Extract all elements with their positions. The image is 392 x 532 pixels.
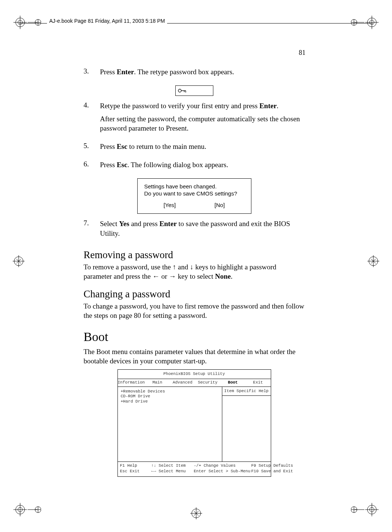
removing-text-d: or [160, 272, 169, 280]
removing-text-f: . [231, 272, 233, 280]
running-header: AJ-e.book Page 81 Friday, April 11, 2003… [47, 18, 167, 24]
registration-mark-mid-right [366, 254, 381, 269]
registration-mark-bottom-left [11, 498, 41, 521]
step-6-text-b: . The following dialog box appears. [127, 161, 228, 169]
svg-point-5 [35, 19, 41, 25]
step-3-text-b: . The retype password box appears. [134, 68, 234, 76]
password-box-figure [84, 85, 305, 96]
step-3-number: 3. [84, 67, 91, 80]
registration-mark-top-left [11, 11, 41, 34]
svg-point-16 [14, 257, 23, 266]
bios-title: PhoenixBIOS Setup Utility [118, 370, 271, 379]
bios-footer-enter-submenu: Enter Select > Sub-Menu [194, 469, 250, 474]
bios-footer-save-exit: F10 Save and Exit [251, 469, 293, 474]
registration-mark-top-right [351, 11, 381, 34]
svg-point-30 [367, 505, 376, 514]
heading-boot: Boot [84, 330, 305, 344]
bios-menu-exit: Exit [245, 379, 270, 387]
bios-footer-change-values: -/+ Change Values [194, 463, 250, 469]
cmos-dialog-figure: Settings have been changed. Do you want … [84, 178, 305, 214]
bios-footer-setup-defaults: F9 Setup Defaults [251, 463, 293, 469]
bios-menu-main: Main [145, 379, 170, 387]
svg-point-23 [18, 507, 22, 512]
step-4: 4. Retype the password to verify your fi… [84, 101, 305, 137]
bios-right-head: Item Specific Help [222, 387, 271, 396]
step-3-text-a: Press [100, 68, 117, 76]
bios-boot-item-cdrom: CD-ROM Drive [121, 394, 219, 399]
svg-point-13 [351, 19, 357, 25]
heading-removing-password: Removing a password [84, 249, 305, 261]
removing-password-paragraph: To remove a password, use the ↑ and ↓ ke… [84, 262, 305, 281]
step-7-bold-b: Enter [159, 220, 176, 228]
cmos-dialog-no-option: [No] [214, 202, 225, 208]
bios-menu-boot: Boot [220, 379, 245, 387]
registration-mark-bottom-center [189, 506, 204, 521]
heading-changing-password: Changing a password [84, 288, 305, 300]
removing-text-a: To remove a password, use the [84, 263, 173, 271]
left-arrow-icon: ← [153, 272, 160, 280]
step-6: 6. Press Esc. The following dialog box a… [84, 160, 305, 173]
step-5: 5. Press Esc to return to the main menu. [84, 142, 305, 155]
svg-point-22 [16, 505, 25, 514]
removing-text-e: key to select [176, 272, 215, 280]
bios-setup-figure: PhoenixBIOS Setup Utility Information Ma… [117, 369, 271, 477]
bios-footer: F1 Help ↑↓ Select Item -/+ Change Values… [118, 461, 271, 477]
bios-boot-item-harddrive: +Hard Drive [121, 399, 219, 404]
step-3: 3. Press Enter. The retype password box … [84, 67, 305, 80]
svg-point-31 [370, 507, 374, 512]
bios-footer-f1-help: F1 Help [120, 463, 150, 469]
up-arrow-icon: ↑ [173, 263, 176, 271]
svg-point-0 [16, 18, 25, 27]
step-3-bold-a: Enter [117, 68, 134, 76]
removing-text-b: and [176, 263, 190, 271]
step-4-number: 4. [84, 101, 91, 137]
svg-point-9 [370, 20, 374, 25]
step-7: 7. Select Yes and press Enter to save th… [84, 219, 305, 241]
step-4-line1-a: Retype the password to verify your first… [100, 102, 259, 110]
bios-boot-item-removable: +Removable Devices [121, 389, 219, 394]
cmos-dialog-line1: Settings have been changed. [144, 183, 244, 190]
cmos-dialog-line2: Do you want to save CMOS settings? [144, 190, 244, 197]
boot-paragraph: The Boot menu contains parameter values … [84, 347, 305, 366]
key-icon [178, 88, 188, 93]
step-5-number: 5. [84, 142, 91, 155]
removing-bold-none: None [215, 272, 231, 280]
bios-menu-advanced: Advanced [170, 379, 195, 387]
svg-point-27 [35, 507, 41, 513]
svg-point-19 [369, 257, 378, 266]
bios-menu-security: Security [195, 379, 220, 387]
step-4-line1-b: . [277, 102, 279, 110]
registration-mark-bottom-right [351, 498, 381, 521]
svg-point-8 [367, 18, 376, 27]
step-7-text-a: Select [100, 220, 119, 228]
changing-password-paragraph: To change a password, you have to first … [84, 301, 305, 320]
bios-menu-bar: Information Main Advanced Security Boot … [118, 379, 271, 387]
bios-footer-select-menu: ←→ Select Menu [151, 469, 192, 474]
bios-left-pane: +Removable Devices CD-ROM Drive +Hard Dr… [118, 387, 222, 461]
step-7-text-b: and press [129, 220, 160, 228]
svg-point-41 [178, 89, 181, 92]
page-number: 81 [299, 49, 305, 57]
svg-point-38 [192, 509, 201, 518]
step-7-number: 7. [84, 219, 91, 241]
cmos-dialog-yes-option: [Yes] [163, 202, 176, 208]
step-5-text-a: Press [100, 143, 117, 150]
registration-mark-mid-left [11, 254, 26, 269]
step-6-text-a: Press [100, 161, 117, 169]
bios-right-pane: Item Specific Help [222, 387, 271, 461]
step-5-text-b: to return to the main menu. [127, 143, 206, 150]
down-arrow-icon: ↓ [190, 263, 194, 271]
step-6-number: 6. [84, 160, 91, 173]
bios-menu-information: Information [118, 379, 145, 387]
step-6-bold-a: Esc [117, 161, 128, 169]
svg-point-1 [18, 20, 22, 25]
bios-footer-esc-exit: Esc Exit [120, 469, 150, 474]
bios-footer-select-item: ↑↓ Select Item [151, 463, 192, 469]
step-4-line1-bold: Enter [259, 102, 276, 110]
step-7-bold-a: Yes [119, 220, 129, 228]
step-5-bold-a: Esc [117, 143, 128, 150]
step-4-line2: After setting the password, the computer… [100, 114, 305, 133]
svg-point-35 [351, 507, 357, 513]
right-arrow-icon: → [169, 272, 176, 280]
